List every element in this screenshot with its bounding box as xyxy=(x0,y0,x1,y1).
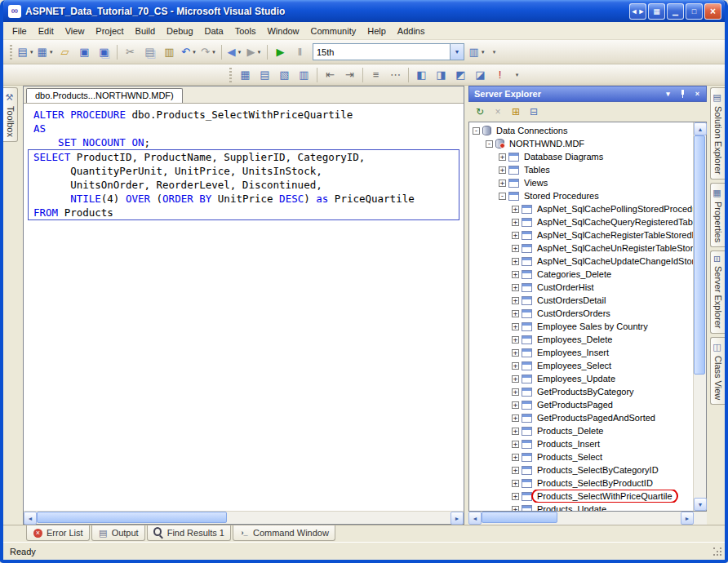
paste-button[interactable]: ▥ xyxy=(160,43,179,61)
scroll-up-button[interactable] xyxy=(694,122,707,135)
tree-item-northwnd-mdf[interactable]: -NORTHWND.MDF xyxy=(469,137,693,150)
tree-expander-collapse-icon[interactable]: - xyxy=(473,127,480,135)
pane-split-bottom-button[interactable]: ◪ xyxy=(471,66,490,84)
tree-expander-expand-icon[interactable]: + xyxy=(512,493,519,500)
tree-expander-collapse-icon[interactable]: - xyxy=(499,193,506,200)
editor-scrollbar-track[interactable] xyxy=(37,512,451,524)
menu-window[interactable]: Window xyxy=(261,24,304,38)
save-all-button[interactable]: ▣ xyxy=(95,43,113,61)
undo-button[interactable]: ↶▼ xyxy=(180,43,198,61)
toolbar-options-button[interactable]: ▾ xyxy=(489,49,499,55)
tree-expander-expand-icon[interactable]: + xyxy=(512,454,519,461)
show-results-pane-button[interactable]: ▥ xyxy=(295,66,313,84)
tree-expander-expand-icon[interactable]: + xyxy=(512,401,519,409)
menu-file[interactable]: File xyxy=(7,24,33,38)
tree-item-employees-delete[interactable]: +Employees_Delete xyxy=(469,333,693,346)
open-file-button[interactable]: ▱ xyxy=(55,43,74,61)
tree-item-getproductspaged[interactable]: +GetProductsPaged xyxy=(469,398,693,411)
editor-scrollbar-thumb[interactable] xyxy=(37,512,227,523)
menu-data[interactable]: Data xyxy=(199,24,229,38)
tree-expander-expand-icon[interactable]: + xyxy=(512,297,519,304)
minimize-button[interactable]: ▁ xyxy=(667,3,684,20)
break-all-button[interactable]: ‖ xyxy=(291,43,309,61)
tree-expander-expand-icon[interactable]: + xyxy=(512,480,519,487)
tree-scroll-left-button[interactable] xyxy=(468,512,482,525)
tree-expander-expand-icon[interactable]: + xyxy=(512,271,519,278)
tree-expander-expand-icon[interactable]: + xyxy=(512,284,519,291)
server-explorer-titlebar[interactable]: Server Explorer ▾× xyxy=(468,86,707,102)
auto-hide-pin-button[interactable] xyxy=(677,88,689,100)
run-query-button[interactable]: ! xyxy=(491,66,509,84)
start-debug-button[interactable]: ▶ xyxy=(271,43,290,61)
tab-solution-explorer[interactable]: ▤Solution Explorer xyxy=(710,87,725,180)
toolbox-tab[interactable]: ⚒ Toolbox xyxy=(3,87,18,142)
cut-button[interactable]: ✂ xyxy=(121,43,140,61)
menu-addins[interactable]: Addins xyxy=(392,24,431,38)
tree-expander-expand-icon[interactable]: + xyxy=(499,180,506,187)
tree-item-employees-insert[interactable]: +Employees_Insert xyxy=(469,346,693,359)
menu-community[interactable]: Community xyxy=(305,24,362,38)
tree-expander-expand-icon[interactable]: + xyxy=(512,441,519,448)
tree-item-data-connections[interactable]: -Data Connections xyxy=(469,124,693,137)
navigate-forward-button[interactable]: ▶▼ xyxy=(245,43,264,61)
find-button[interactable]: ▥▼ xyxy=(468,43,486,61)
window-position-button[interactable]: ▾ xyxy=(662,88,674,100)
scroll-down-button[interactable] xyxy=(694,498,707,511)
tree-item-custorderhist[interactable]: +CustOrderHist xyxy=(469,281,693,294)
tree-expander-expand-icon[interactable]: + xyxy=(512,428,519,435)
tree-expander-expand-icon[interactable]: + xyxy=(512,506,519,512)
menu-project[interactable]: Project xyxy=(90,24,129,38)
copy-button[interactable]: ▤ xyxy=(140,43,159,61)
menu-build[interactable]: Build xyxy=(130,24,161,38)
connect-to-database-button[interactable]: ⊞ xyxy=(508,104,524,120)
add-item-button[interactable]: ▦▼ xyxy=(36,43,55,61)
tree-vscrollbar-track[interactable] xyxy=(694,135,706,498)
tree-expander-expand-icon[interactable]: + xyxy=(512,414,519,422)
show-diagram-pane-button[interactable]: ▦ xyxy=(236,66,255,84)
refresh-button[interactable]: ↻ xyxy=(472,104,488,120)
document-tab[interactable]: dbo.Products...NORTHWND.MDF) xyxy=(26,88,183,103)
query-toolbar-options-button[interactable]: ▾ xyxy=(512,72,522,78)
close-button[interactable]: × xyxy=(704,3,721,20)
connect-to-server-button[interactable]: ⊟ xyxy=(526,104,542,120)
tree-expander-expand-icon[interactable]: + xyxy=(512,336,519,344)
pane-split-left-button[interactable]: ◧ xyxy=(412,66,431,84)
editor-horizontal-scrollbar[interactable] xyxy=(24,511,464,524)
tree-expander-expand-icon[interactable]: + xyxy=(512,232,519,239)
tree-item-products-insert[interactable]: +Products_Insert xyxy=(469,437,693,450)
tree-expander-expand-icon[interactable]: + xyxy=(512,245,519,252)
tree-item-tables[interactable]: +Tables xyxy=(469,163,693,176)
resize-grip[interactable] xyxy=(713,547,723,557)
tree-expander-expand-icon[interactable]: + xyxy=(512,362,519,370)
tree-item-getproductspagedandsorted[interactable]: +GetProductsPagedAndSorted xyxy=(469,411,693,424)
tree-horizontal-scrollbar[interactable] xyxy=(468,512,707,525)
menu-view[interactable]: View xyxy=(60,24,91,38)
redo-button[interactable]: ↷▼ xyxy=(199,43,218,61)
close-panel-button[interactable]: × xyxy=(691,88,704,100)
nav-pair-button[interactable]: ◄► xyxy=(629,3,646,20)
navigate-backward-button[interactable]: ◀▼ xyxy=(225,43,244,61)
tree-expander-expand-icon[interactable]: + xyxy=(512,375,519,383)
tree-item-employees-update[interactable]: +Employees_Update xyxy=(469,372,693,385)
show-sql-pane-button[interactable]: ▧ xyxy=(275,66,294,84)
scroll-right-button[interactable] xyxy=(451,512,464,525)
tree-expander-expand-icon[interactable]: + xyxy=(512,388,519,396)
combo-dropdown-arrow[interactable]: ▼ xyxy=(450,44,464,60)
tree-scroll-right-button[interactable] xyxy=(681,512,694,525)
pane-split-right-button[interactable]: ◨ xyxy=(432,66,451,84)
tab-error-list[interactable]: Error List xyxy=(26,525,90,541)
menu-help[interactable]: Help xyxy=(362,24,392,38)
tree-item-aspnet-sqlcachequeryregisteredtablesstoredprocedure[interactable]: +AspNet_SqlCacheQueryRegisteredTablesSto… xyxy=(469,215,693,228)
menu-edit[interactable]: Edit xyxy=(33,24,60,38)
tree-item-products-select[interactable]: +Products_Select xyxy=(469,450,693,463)
pane-split-top-button[interactable]: ◩ xyxy=(451,66,470,84)
stop-refresh-button[interactable]: × xyxy=(490,104,506,120)
tab-output[interactable]: Output xyxy=(91,525,145,541)
tree-item-custordersdetail[interactable]: +CustOrdersDetail xyxy=(469,294,693,307)
tree-item-categories-delete[interactable]: +Categories_Delete xyxy=(469,268,693,281)
tree-item-aspnet-sqlcacheupdatechangeidstoredprocedure[interactable]: +AspNet_SqlCacheUpdateChangeIdStoredProc… xyxy=(469,255,693,268)
tree-item-database-diagrams[interactable]: +Database Diagrams xyxy=(469,150,693,163)
tree-expander-expand-icon[interactable]: + xyxy=(499,166,506,174)
tree-item-products-selectbyproductid[interactable]: +Products_SelectByProductID xyxy=(469,477,693,490)
tree-item-products-selectwithpricequartile[interactable]: +Products_SelectWithPriceQuartile xyxy=(469,490,693,503)
